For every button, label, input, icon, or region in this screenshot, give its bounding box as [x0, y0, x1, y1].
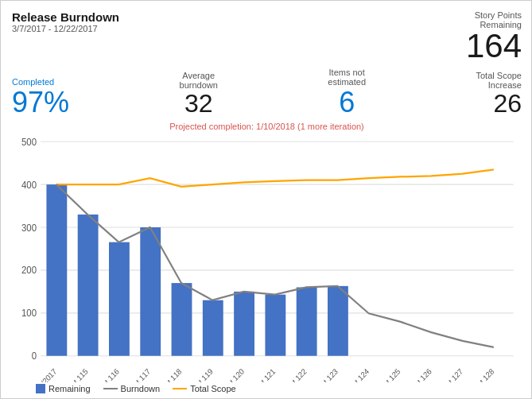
- svg-text:Sprint 128: Sprint 128: [466, 366, 495, 382]
- projected-completion-label: Projected completion: 1/10/2018 (1 more …: [12, 122, 522, 131]
- chart-svg: 500 400 300 200 100 0: [12, 133, 522, 382]
- items-not-estimated-stat: Items notestimated 6: [328, 68, 366, 118]
- completed-stat: Completed 97%: [12, 77, 69, 118]
- svg-text:400: 400: [21, 179, 37, 191]
- bar-4: [172, 283, 192, 356]
- main-container: Release Burndown 3/7/2017 - 12/22/2017 S…: [1, 1, 532, 399]
- legend-burndown: Burndown: [103, 384, 161, 393]
- chart-title: Release Burndown: [12, 10, 119, 24]
- avg-burndown-value: 32: [184, 90, 213, 118]
- bar-7: [265, 294, 285, 355]
- svg-text:Sprint 118: Sprint 118: [153, 366, 183, 382]
- svg-text:Sprint 121: Sprint 121: [247, 366, 277, 382]
- legend: Remaining Burndown Total Scope: [12, 384, 522, 393]
- burndown-icon: [103, 388, 118, 389]
- svg-text:Sprint 122: Sprint 122: [278, 366, 308, 382]
- legend-total-scope: Total Scope: [173, 384, 235, 393]
- svg-text:100: 100: [21, 307, 37, 319]
- svg-text:Sprint 127: Sprint 127: [435, 366, 464, 382]
- svg-text:Sprint 120: Sprint 120: [216, 366, 247, 382]
- total-scope-increase-stat: Total ScopeIncrease 26: [476, 71, 522, 118]
- bar-1: [78, 214, 99, 355]
- legend-remaining: Remaining: [36, 384, 91, 393]
- svg-text:3/7/2017: 3/7/2017: [32, 366, 58, 382]
- title-block: Release Burndown 3/7/2017 - 12/22/2017: [12, 10, 119, 33]
- total-scope-increase-label: Total ScopeIncrease: [476, 71, 522, 90]
- story-points-block: Story PointsRemaining 164: [466, 10, 522, 63]
- date-range: 3/7/2017 - 12/22/2017: [12, 24, 119, 33]
- items-not-estimated-value: 6: [339, 87, 355, 118]
- stats-row: Completed 97% Averageburndown 32 Items n…: [12, 68, 522, 118]
- story-points-value: 164: [466, 27, 522, 64]
- remaining-label: Remaining: [49, 384, 91, 393]
- avg-burndown-stat: Averageburndown 32: [180, 71, 218, 118]
- svg-text:0: 0: [32, 350, 37, 362]
- completed-value: 97%: [12, 87, 69, 118]
- total-scope-icon: [173, 388, 187, 389]
- chart-area: 500 400 300 200 100 0: [12, 133, 522, 382]
- items-not-estimated-label: Items notestimated: [328, 68, 366, 87]
- bar-8: [297, 287, 317, 355]
- svg-text:Sprint 123: Sprint 123: [309, 366, 339, 382]
- svg-text:200: 200: [21, 265, 37, 277]
- svg-text:Sprint 124: Sprint 124: [341, 366, 371, 382]
- svg-text:Sprint 126: Sprint 126: [403, 366, 433, 382]
- avg-burndown-label: Averageburndown: [180, 71, 218, 90]
- bar-5: [203, 300, 223, 355]
- burndown-label: Burndown: [121, 384, 161, 393]
- svg-text:Sprint 119: Sprint 119: [184, 366, 214, 382]
- svg-text:Sprint 117: Sprint 117: [122, 366, 152, 382]
- svg-text:Sprint 116: Sprint 116: [91, 366, 120, 382]
- total-scope-label: Total Scope: [190, 384, 235, 393]
- bar-0: [46, 184, 67, 356]
- bar-2: [109, 242, 130, 355]
- remaining-icon: [36, 384, 45, 393]
- header: Release Burndown 3/7/2017 - 12/22/2017 S…: [12, 10, 522, 63]
- bar-3: [140, 227, 161, 356]
- bar-9: [328, 285, 348, 355]
- svg-text:Sprint 115: Sprint 115: [60, 366, 89, 382]
- svg-text:300: 300: [21, 222, 37, 234]
- bar-6: [234, 291, 254, 355]
- total-scope-increase-value: 26: [493, 90, 522, 118]
- svg-text:500: 500: [21, 136, 37, 148]
- svg-text:Sprint 125: Sprint 125: [372, 366, 402, 382]
